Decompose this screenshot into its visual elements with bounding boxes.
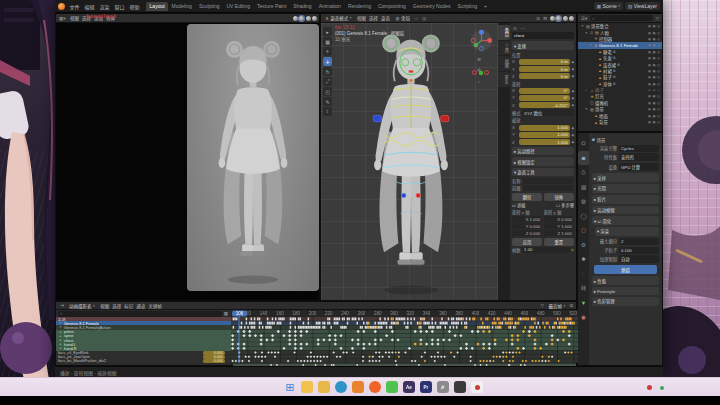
mirror-button[interactable]: 镜像 [544,193,574,201]
properties-section-采样[interactable]: ▸ 采样 [592,173,659,182]
flip-button[interactable]: 翻转 [512,193,542,201]
menu-选择[interactable]: 选择 [368,15,380,21]
rotation-value-field[interactable]: -0.252° [519,102,570,108]
workspace-tab[interactable]: + [481,2,491,11]
scene-selector[interactable]: ▦ Scene ▾ [594,2,623,10]
render-toggle-icon[interactable]: ◎ [657,82,660,86]
bone-transform-gizmo[interactable] [472,70,489,75]
keyframe-decorator-icon[interactable]: ◆ [571,96,574,100]
viewport-toggle-icon[interactable]: ▣ [652,94,655,98]
wireframe-shading-icon[interactable] [550,16,555,21]
properties-section-色彩管理[interactable]: ▸ 色彩管理 [592,297,659,306]
properties-section-Freestyle[interactable]: ▸ Freestyle [592,287,659,295]
mask-checkbox[interactable]: ☑ 遮蔽 [512,202,526,208]
material-shading-icon[interactable] [563,16,568,21]
menu-视图[interactable]: 视图 [356,15,368,21]
workspace-tab[interactable]: Shading [290,2,315,11]
viewport-toggle-icon[interactable]: ▣ [652,69,655,73]
keyframe-decorator-icon[interactable]: ◆ [571,67,574,71]
sidebar-section-视图锁定[interactable]: ▸ 视图锁定 [512,157,574,165]
frame-value-field[interactable]: 1.00 [522,247,569,253]
tray-status-icon[interactable] [660,386,664,390]
xray-icon[interactable]: ⊞ [542,16,548,21]
vector-field-right[interactable]: Z 1.000 [544,230,574,236]
hide-toggle-icon[interactable]: ◉ [648,75,651,79]
render-toggle-icon[interactable]: ◎ [657,75,660,79]
simplify-value-field[interactable]: 2 [619,238,659,245]
properties-tab-output[interactable]: ⎙ [578,165,589,180]
properties-tab-data[interactable]: ▼ [578,296,589,311]
keyframe-decorator-icon[interactable]: ◆ [571,103,574,107]
hide-toggle-icon[interactable]: ◉ [648,37,651,41]
rotation-value-field[interactable]: 0° [519,95,570,101]
apply-button[interactable]: 应用 [512,238,542,246]
viewport-toggle-icon[interactable]: ▣ [652,107,655,111]
properties-tab-object[interactable]: ◻ [578,223,589,238]
simplify-value-field[interactable]: 0.100 [619,247,659,254]
outliner-row[interactable]: ▸▲椅子◉▣◎ [578,87,662,93]
editor-type-icon[interactable]: ▦▾ [58,16,67,21]
workspace-tab[interactable]: Rendering [344,2,374,11]
rotation-mode-select[interactable]: XYZ 欧拉 [522,109,574,116]
mute-toggle-icon[interactable]: ◦ [227,359,228,363]
outliner-search-input[interactable]: ⌕ [590,15,652,21]
menu-窗口[interactable]: 窗口 [112,2,127,11]
taskbar-after-effects-icon[interactable]: Ae [403,381,415,393]
hide-toggle-icon[interactable]: ◉ [648,88,651,92]
properties-tab-material[interactable]: ◉ [578,310,589,325]
viewport-toggle-icon[interactable]: ▣ [652,88,655,92]
menu-视图[interactable]: 视图 [99,303,111,309]
vector-field-right[interactable]: X 0.000 [544,216,574,222]
render-toggle-icon[interactable]: ◎ [657,94,660,98]
wireframe-shading-icon[interactable] [293,16,298,21]
zoom-icon[interactable]: ⊕ [477,56,481,62]
channel-value-slider[interactable]: 0.000 [203,359,225,363]
hide-toggle-icon[interactable]: ◉ [648,69,651,73]
hide-toggle-icon[interactable]: ◉ [648,101,651,105]
taskbar-premiere-icon[interactable]: Pr [420,381,432,393]
viewport-toggle-icon[interactable]: ▣ [652,37,655,41]
vector-field-right[interactable]: Y 1.000 [544,223,574,229]
render-toggle-icon[interactable]: ◎ [657,24,660,28]
workspace-tab[interactable]: Scripting [454,2,480,11]
channel-search-input[interactable]: ⌕ [58,311,222,317]
move-tool[interactable]: ✛ [323,57,332,66]
scale-value-field[interactable]: 1.000 [519,132,570,138]
render-toggle-icon[interactable]: ◎ [657,31,660,35]
simplify-panel-header[interactable]: ▾ ☑ 简化 [592,216,659,225]
transform-panel-header[interactable]: ▾ 变换 [512,41,574,49]
keyframe-decorator-icon[interactable]: ◆ [571,60,574,64]
location-value-field[interactable]: 0 m [519,66,570,72]
setting-value-dropdown[interactable]: 支持的 [619,153,659,161]
vector-field-left[interactable]: X 1.000 [512,216,542,222]
properties-tab-modifier[interactable]: ⚙ [578,238,589,253]
hide-toggle-icon[interactable]: ◉ [648,63,651,67]
proportional-edit-icon[interactable]: ◎ [421,16,427,21]
properties-tab-physics[interactable]: ◌ [578,267,589,282]
bake-button[interactable]: 烘焙 [594,265,657,274]
render-toggle-icon[interactable]: ◎ [657,114,660,118]
sidebar-tab-条目[interactable]: 条目 [498,25,510,40]
pose-tool-panel-header[interactable]: ▾ 姿态工具 [512,168,574,176]
hide-toggle-icon[interactable]: ◉ [648,82,651,86]
viewport-toggle-icon[interactable]: ▣ [652,56,655,60]
properties-tab-world[interactable]: ◯ [578,209,589,224]
camera-frame[interactable] [187,24,319,291]
render-toggle-icon[interactable]: ◎ [657,37,660,41]
channel-value-slider[interactable]: 0.000 [203,351,225,355]
workspace-tab[interactable]: Layout [146,2,168,11]
blender-logo-icon[interactable] [58,3,65,10]
channel-slider[interactable]: facs_bs_MouthPucker_div20.000◦◦ [56,359,231,363]
solid-shading-icon[interactable] [556,16,561,21]
lock-toggle-icon[interactable]: ◦ [229,359,230,363]
filter-toggle-icon[interactable]: ▦ [223,311,229,316]
render-toggle-icon[interactable]: ◎ [657,101,660,105]
hide-toggle-icon[interactable]: ◉ [648,114,651,118]
menu-通道[interactable]: 通道 [135,303,147,309]
sidebar-tab-工具[interactable]: 工具 [498,41,510,56]
camera-view-icon[interactable]: ⌂ [477,78,481,84]
setting-value-dropdown[interactable]: Cycles [619,145,659,152]
shading-mode-toggle[interactable] [293,16,318,21]
keyframe-decorator-icon[interactable]: ◆ [571,89,574,93]
menu-标记[interactable]: 标记 [123,303,135,309]
